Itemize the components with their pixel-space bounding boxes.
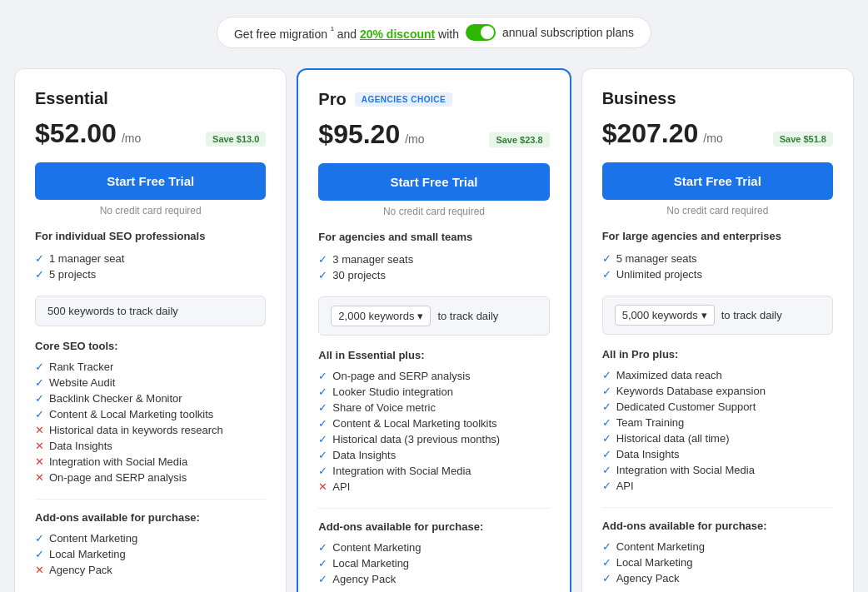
projects-text: Unlimited projects (616, 268, 702, 281)
check-icon: ✓ (318, 573, 327, 585)
addon-label: Agency Pack (49, 564, 112, 576)
plan-name-text: Pro (318, 90, 346, 109)
check-icon: ✓ (35, 361, 44, 373)
addon-label: Local Marketing (616, 556, 693, 569)
feature-label: Historical data in keywords research (49, 424, 223, 436)
x-icon: ✕ (35, 455, 44, 468)
subscription-label: annual subscription plans (502, 26, 634, 39)
features-list: ✓ Rank Tracker ✓ Website Audit ✓ Backlin… (35, 359, 266, 485)
divider (35, 499, 266, 500)
keywords-box: 2,000 keywords ▾ to track daily (318, 296, 549, 336)
price-period: /mo (405, 132, 424, 146)
check-icon: ✓ (35, 252, 44, 265)
no-cc-text: No credit card required (602, 205, 833, 216)
addon-item: ✓ Agency Pack (318, 571, 549, 587)
feature-item: ✓ Integration with Social Media (602, 462, 833, 478)
addon-label: Local Marketing (49, 548, 126, 560)
feature-item: ✓ Rank Tracker (35, 359, 266, 375)
feature-label: API (616, 480, 634, 492)
keywords-box: 5,000 keywords ▾ to track daily (602, 296, 833, 335)
banner-text: Get free migration ¹ and 20% discount wi… (234, 24, 459, 41)
projects-text: 5 projects (49, 268, 96, 281)
addon-item: ✓ Content Marketing (318, 540, 549, 555)
addon-item: ✓ Content Marketing (35, 530, 266, 546)
check-icon: ✓ (318, 557, 327, 570)
check-icon: ✓ (602, 480, 611, 492)
core-section-title: All in Essential plus: (318, 349, 549, 361)
core-section-title: All in Pro plus: (602, 348, 833, 361)
check-icon: ✓ (602, 448, 611, 460)
feature-label: Keywords Database expansion (616, 385, 766, 397)
feature-label: Data Insights (332, 449, 396, 461)
feature-label: Maximized data reach (616, 369, 722, 381)
addons-list: ✓ Content Marketing ✓ Local Marketing ✓ … (602, 539, 833, 586)
agencies-badge: AGENCIES CHOICE (355, 92, 452, 107)
no-cc-text: No credit card required (318, 206, 549, 217)
manager-seats-item: ✓ 5 manager seats (602, 251, 833, 266)
check-icon: ✓ (602, 556, 611, 569)
plan-card-business: Business $207.20 /mo Save $51.8 Start Fr… (581, 68, 854, 592)
manager-seats-text: 3 manager seats (332, 253, 413, 266)
check-icon: ✓ (602, 464, 611, 476)
addon-item: ✓ Local Marketing (318, 555, 549, 571)
keywords-dropdown[interactable]: 5,000 keywords ▾ (615, 305, 715, 326)
addon-item: ✓ Local Marketing (602, 555, 833, 570)
addon-label: Agency Pack (616, 572, 680, 585)
features-list: ✓ On-page and SERP analysis ✓ Looker Stu… (318, 368, 549, 495)
check-icon: ✓ (318, 370, 327, 382)
feature-label: Website Audit (49, 376, 115, 389)
check-icon: ✓ (318, 541, 327, 554)
trial-button[interactable]: Start Free Trial (602, 162, 833, 200)
feature-label: Backlink Checker & Monitor (49, 392, 182, 405)
keywords-value: 5,000 keywords (622, 309, 698, 321)
x-icon: ✕ (35, 424, 44, 436)
feature-item: ✓ Team Training (602, 415, 833, 430)
discount-highlight: 20% discount (360, 27, 435, 41)
check-icon: ✓ (318, 253, 327, 266)
plan-name-text: Business (602, 89, 676, 108)
feature-item: ✓ Backlink Checker & Monitor (35, 391, 266, 406)
check-icon: ✓ (602, 416, 611, 429)
annual-toggle[interactable] (466, 24, 496, 41)
projects-item: ✓ 5 projects (35, 266, 266, 282)
keywords-box: 500 keywords to track daily (35, 296, 266, 326)
check-icon: ✓ (35, 408, 44, 420)
feature-label: Data Insights (49, 440, 112, 452)
feature-label: Content & Local Marketing toolkits (49, 408, 213, 420)
addon-label: Agency Pack (332, 573, 396, 585)
plan-card-pro: Pro AGENCIES CHOICE $95.20 /mo Save $23.… (297, 68, 571, 592)
check-icon: ✓ (35, 392, 44, 405)
feature-item: ✕ Historical data in keywords research (35, 422, 266, 438)
addon-item: ✕ Agency Pack (35, 562, 266, 578)
feature-item: ✓ Keywords Database expansion (602, 383, 833, 399)
check-icon: ✓ (35, 532, 44, 545)
feature-item: ✓ Historical data (all time) (602, 430, 833, 446)
keywords-dropdown[interactable]: 2,000 keywords ▾ (331, 306, 431, 326)
price-row: $52.00 /mo Save $13.0 (35, 118, 266, 149)
feature-label: Historical data (3 previous months) (332, 433, 500, 445)
plan-name: Business (602, 89, 833, 108)
save-badge: Save $23.8 (489, 132, 549, 147)
feature-item: ✓ Content & Local Marketing toolkits (35, 406, 266, 422)
feature-item: ✓ Maximized data reach (602, 367, 833, 383)
projects-item: ✓ Unlimited projects (602, 266, 833, 282)
feature-label: On-page and SERP analysis (49, 471, 187, 484)
no-cc-text: No credit card required (35, 205, 266, 216)
for-text: For agencies and small teams (318, 231, 549, 243)
check-icon: ✓ (602, 540, 611, 553)
for-text: For individual SEO professionals (35, 230, 266, 242)
feature-item: ✓ Looker Studio integration (318, 384, 549, 400)
for-text: For large agencies and enterprises (602, 230, 833, 242)
feature-label: Integration with Social Media (616, 464, 755, 476)
check-icon: ✓ (35, 548, 44, 560)
trial-button[interactable]: Start Free Trial (35, 162, 266, 200)
feature-label: Historical data (all time) (616, 432, 730, 445)
check-icon: ✓ (35, 376, 44, 389)
feature-item: ✓ Website Audit (35, 375, 266, 391)
feature-item: ✕ Data Insights (35, 438, 266, 454)
trial-button[interactable]: Start Free Trial (318, 163, 549, 201)
feature-label: Data Insights (616, 448, 680, 460)
core-section-title: Core SEO tools: (35, 340, 266, 352)
addon-item: ✓ Agency Pack (602, 570, 833, 586)
addon-label: Content Marketing (616, 540, 705, 553)
